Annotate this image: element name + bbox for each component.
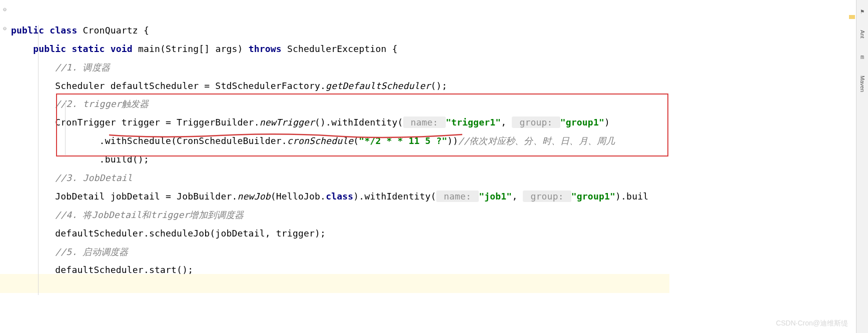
params: (String[] args) <box>160 44 243 54</box>
keyword: class <box>326 191 353 202</box>
code-text: ( <box>353 136 359 146</box>
code-text: ).withIdentity( <box>353 191 436 202</box>
comment: //3. JobDetail <box>55 172 133 183</box>
fold-icon[interactable]: ⊖ <box>3 25 7 32</box>
editor-gutter: ⊖ ⊖ <box>0 0 10 333</box>
code-text: , <box>501 117 512 128</box>
class-name: CronQuartz <box>83 25 138 36</box>
code-line: JobDetail jobDetail = JobBuilder. <box>55 191 237 202</box>
code-text: (); <box>431 80 447 91</box>
code-text: , <box>512 191 523 202</box>
string-literal: "group1" <box>560 117 604 128</box>
ant-icon[interactable]: ⚑ <box>860 8 864 15</box>
code-text: ).buil <box>615 191 648 202</box>
static-method: newJob <box>238 191 271 202</box>
indent-guide <box>65 100 66 155</box>
indent-guide <box>38 25 39 295</box>
comment: //1. 调度器 <box>55 62 110 72</box>
code-text: ) <box>604 117 610 128</box>
comment: //2. trigger触发器 <box>55 98 149 109</box>
right-tool-sidebar: ⚑ Ant m Maven <box>856 0 868 333</box>
code-line: .build(); <box>100 154 149 164</box>
exception-type: SchedulerException <box>287 44 387 54</box>
param-hint: group: <box>523 190 571 202</box>
code-text: (HelloJob. <box>271 191 326 202</box>
sidebar-tab-maven[interactable]: Maven <box>859 76 865 92</box>
comment: //4. 将JobDetail和trigger增加到调度器 <box>55 210 244 220</box>
static-method: cronSchedule <box>287 136 353 146</box>
keyword: throws <box>249 44 282 54</box>
warning-marker[interactable] <box>849 15 855 19</box>
code-line: defaultScheduler.start(); <box>55 264 193 275</box>
code-line: defaultScheduler.scheduleJob(jobDetail, … <box>55 228 326 238</box>
code-line: .withSchedule(CronScheduleBuilder. <box>100 136 287 146</box>
comment: //5. 启动调度器 <box>55 246 128 257</box>
static-method: newTrigger <box>260 117 315 128</box>
code-text: ().withIdentity( <box>315 117 403 128</box>
maven-icon[interactable]: m <box>860 54 864 60</box>
method-name: main <box>138 44 160 54</box>
code-line: Scheduler defaultScheduler = StdSchedule… <box>55 80 326 91</box>
code-line: CronTrigger trigger = TriggerBuilder. <box>55 117 259 128</box>
fold-icon[interactable]: ⊖ <box>3 6 7 13</box>
code-editor[interactable]: public class CronQuartz { public static … <box>0 0 868 280</box>
comment: //依次对应秒、分、时、日、月、周几 <box>458 136 615 146</box>
string-literal: "trigger1" <box>446 117 501 128</box>
sidebar-tab-ant[interactable]: Ant <box>859 30 865 38</box>
keyword: public static void <box>33 44 133 54</box>
string-literal: "*/2 * * 11 5 ?" <box>359 136 447 146</box>
param-hint: group: <box>512 116 560 128</box>
param-hint: name: <box>436 190 479 202</box>
param-hint: name: <box>403 116 446 128</box>
string-literal: "job1" <box>479 191 512 202</box>
watermark: CSDN·Cron@迪维斯缇 <box>776 319 848 328</box>
code-text: )) <box>447 136 458 146</box>
string-literal: "group1" <box>571 191 615 202</box>
static-method: getDefaultScheduler <box>326 80 431 91</box>
keyword: public class <box>11 25 77 36</box>
